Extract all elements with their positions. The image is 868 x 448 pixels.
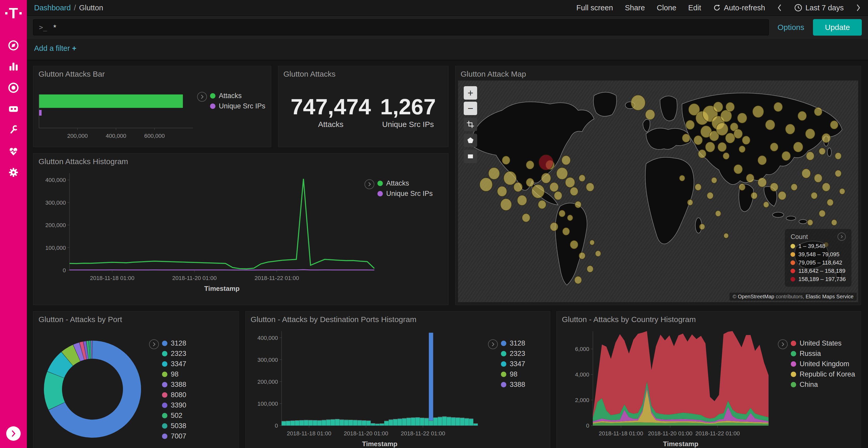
query-input-wrapper[interactable]: >_ (33, 20, 769, 35)
crop-tool-button[interactable] (464, 118, 477, 131)
legend-label: 8080 (171, 391, 186, 399)
sidebar-item-devtools[interactable] (7, 123, 20, 137)
t-mobile-logo[interactable]: T (5, 6, 22, 21)
bar-chart-icon (7, 61, 20, 72)
legend-item[interactable]: 7007 (162, 432, 186, 440)
legend-label: 98 (171, 370, 179, 378)
share-button[interactable]: Share (625, 4, 645, 12)
main-area: Dashboard / Glutton Full screen Share Cl… (27, 0, 868, 448)
legend-collapse-icon[interactable] (778, 339, 788, 349)
query-input[interactable] (53, 23, 763, 32)
legend-swatch (501, 361, 506, 367)
map-legend-items: 1 – 39,54839,548 – 79,09579,095 – 118,64… (790, 243, 846, 283)
legend-label: 3388 (510, 381, 525, 389)
map-legend-swatch (790, 252, 795, 257)
legend-label: China (800, 381, 818, 389)
top-navigation-bar: Dashboard / Glutton Full screen Share Cl… (27, 0, 868, 16)
sidebar-item-monitoring[interactable] (7, 144, 20, 158)
legend-collapse-icon[interactable] (488, 339, 498, 349)
openstreetmap-link[interactable]: OpenStreetMap (738, 294, 774, 299)
legend-label: 3128 (510, 339, 525, 347)
svg-text:2018-11-18 01:00: 2018-11-18 01:00 (599, 430, 643, 437)
legend-item[interactable]: 3388 (162, 381, 186, 389)
add-filter-link[interactable]: Add a filter + (34, 44, 76, 53)
auto-refresh-label: Auto-refresh (724, 4, 765, 12)
legend-label: 5038 (171, 422, 186, 430)
attacks-bar-chart[interactable]: 200,000400,000600,000 (35, 91, 201, 142)
legend-collapse-icon[interactable] (365, 179, 374, 189)
polygon-tool-button[interactable] (464, 134, 477, 147)
svg-text:600,000: 600,000 (144, 133, 165, 139)
time-back-button[interactable] (777, 3, 782, 12)
legend-item[interactable]: 2323 (501, 350, 525, 358)
legend-collapse-icon[interactable] (149, 339, 159, 349)
add-filter-label: Add a filter (34, 44, 70, 53)
options-link[interactable]: Options (778, 23, 804, 32)
legend-item[interactable]: United States (791, 339, 855, 347)
panel-title: Glutton Attacks (283, 70, 336, 78)
legend-item[interactable]: Russia (791, 350, 855, 358)
dest-ports-histogram-chart[interactable]: 0100,000200,000300,000400,0002018-11-18 … (248, 327, 483, 448)
rectangle-tool-button[interactable] (464, 150, 477, 163)
sidebar-item-management[interactable] (7, 166, 20, 179)
zoom-out-button[interactable]: − (464, 102, 477, 115)
logo-letter: T (9, 6, 18, 21)
metric-label: Attacks (291, 120, 371, 129)
metric-value: 747,474 (291, 95, 371, 119)
zoom-in-button[interactable]: + (464, 86, 477, 100)
svg-text:Timestamp: Timestamp (204, 285, 240, 292)
map-legend-swatch (790, 244, 795, 248)
legend-collapse-icon[interactable] (197, 92, 207, 102)
legend-item[interactable]: 502 (162, 412, 186, 420)
sidebar-item-dashboard[interactable] (7, 81, 20, 95)
legend-label: 3128 (171, 339, 186, 347)
sidebar-collapse-button[interactable] (6, 426, 21, 441)
legend-item[interactable]: 98 (501, 370, 525, 378)
svg-text:400,000: 400,000 (45, 177, 66, 183)
legend-item[interactable]: Attacks (377, 179, 433, 187)
legend-item[interactable]: 2323 (162, 350, 186, 358)
legend-item[interactable]: 98 (162, 370, 186, 378)
legend-item[interactable]: Unique Src IPs (377, 190, 433, 198)
sidebar-item-discover[interactable] (7, 39, 20, 52)
legend-item[interactable]: 3390 (162, 401, 186, 409)
app-root: T (0, 0, 868, 448)
legend-item[interactable]: 3128 (162, 339, 186, 347)
breadcrumb-dashboard-link[interactable]: Dashboard (34, 4, 71, 12)
svg-text:200,000: 200,000 (67, 133, 88, 139)
svg-text:200,000: 200,000 (257, 379, 278, 385)
svg-text:4,000: 4,000 (575, 371, 589, 378)
svg-text:2018-11-22 01:00: 2018-11-22 01:00 (254, 275, 299, 281)
panel-attacks-by-destination-ports: Glutton - Attacks by Destination Ports H… (245, 311, 550, 448)
clone-button[interactable]: Clone (657, 4, 676, 12)
legend-item[interactable]: Unique Src IPs (210, 102, 265, 110)
time-forward-button[interactable] (856, 3, 861, 12)
sidebar-item-honeypot[interactable] (7, 102, 20, 115)
legend-item[interactable]: Republic of Korea (791, 370, 855, 378)
edit-button[interactable]: Edit (688, 4, 701, 12)
sidebar-item-visualize[interactable] (7, 60, 20, 73)
legend-item[interactable]: 8080 (162, 391, 186, 399)
legend-item[interactable]: United Kingdom (791, 360, 855, 368)
attacks-by-port-donut[interactable] (37, 334, 148, 445)
country-histogram-chart[interactable]: 02,0004,0006,0002018-11-18 01:002018-11-… (559, 327, 774, 448)
legend-swatch (501, 341, 506, 346)
elastic-maps-service-link[interactable]: Elastic Maps Service (805, 294, 854, 299)
full-screen-button[interactable]: Full screen (576, 4, 613, 12)
breadcrumb: Dashboard / Glutton (34, 4, 103, 12)
legend-item[interactable]: 3347 (501, 360, 525, 368)
legend-item[interactable]: 3347 (162, 360, 186, 368)
legend-item[interactable]: 3388 (501, 381, 525, 389)
attacks-histogram-chart[interactable]: 0100,000200,000300,000400,0002018-11-18 … (36, 169, 379, 293)
time-range-picker[interactable]: Last 7 days (794, 4, 844, 12)
legend-collapse-icon[interactable] (838, 233, 846, 241)
auto-refresh-button[interactable]: Auto-refresh (713, 4, 765, 12)
attack-map[interactable]: + − (458, 80, 858, 302)
svg-text:100,000: 100,000 (45, 245, 66, 251)
legend-label: Unique Src IPs (386, 190, 433, 198)
legend-item[interactable]: China (791, 381, 855, 389)
legend-item[interactable]: 3128 (501, 339, 525, 347)
legend-item[interactable]: 5038 (162, 422, 186, 430)
update-button[interactable]: Update (813, 19, 862, 36)
legend-item[interactable]: Attacks (210, 92, 265, 100)
